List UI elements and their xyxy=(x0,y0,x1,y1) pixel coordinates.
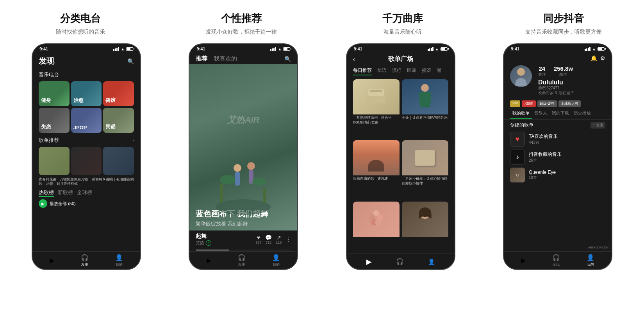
back-button[interactable]: ‹ xyxy=(353,56,355,63)
feature-tiktok: 同步抖音 支持音乐收藏同步，听歌更方便 xyxy=(483,12,644,36)
menu-icon-2[interactable]: ⋮ xyxy=(285,236,291,243)
playlist-thumb-1[interactable] xyxy=(39,147,70,175)
p4-tags: VIP ♪39曲 超级·爆料 上线庆大典 xyxy=(504,99,612,109)
signal-3 xyxy=(428,47,433,51)
p2-like-action[interactable]: ♥ 827 xyxy=(255,234,261,245)
p3-tab-more[interactable]: 湘 xyxy=(437,67,441,75)
category-rock[interactable]: 摇滚 xyxy=(103,81,134,106)
svg-rect-4 xyxy=(235,172,240,186)
playlist-thumb-2[interactable] xyxy=(71,147,102,175)
tag-level: ♪39曲 xyxy=(522,100,536,107)
p4-playlist-info-1: TA喜欢的音乐 443首 xyxy=(529,133,605,145)
profile-icon-3[interactable]: 👤 xyxy=(428,259,435,265)
playlist-item-3[interactable]: Q Queenie Eye 19首 xyxy=(504,166,612,184)
avatar-image xyxy=(513,66,529,86)
nav-discover-1[interactable]: 🎧 发现 xyxy=(81,254,89,267)
chart-tab-global[interactable]: 全球榜 xyxy=(77,189,92,197)
svg-rect-2 xyxy=(263,188,266,203)
phone-library: 9:41 ▲ ‹ 歌单广场 每日推荐 华语 流行 民谣 摇滚 湘 xyxy=(346,43,455,270)
search-icon-1[interactable]: 🔍 xyxy=(127,58,134,64)
share-icon: ↗ xyxy=(277,234,281,241)
p3-tab-rock[interactable]: 摇滚 xyxy=(422,67,431,75)
headphone-icon-3[interactable]: 🎧 xyxy=(396,258,404,265)
p2-comment-action[interactable]: 💬 712 xyxy=(265,234,272,245)
p2-tab-liked[interactable]: 我喜欢的 xyxy=(214,55,237,63)
p4-tab-artist[interactable]: 音乐人 xyxy=(532,110,549,119)
nav-profile-4[interactable]: 👤 我的 xyxy=(587,254,594,267)
p3-card-5[interactable] xyxy=(353,202,400,251)
nav-play-4[interactable]: ▶ xyxy=(521,257,526,264)
band-name-watermark: 艾热AIR xyxy=(227,114,259,126)
p3-card-2[interactable]: 小众｜让你直呼惊艳的纯音乐 xyxy=(402,79,448,138)
following-label: 关注 xyxy=(538,72,546,77)
p3-caption-5 xyxy=(353,237,400,239)
bottom-nav-1: ▶ 🎧 发现 👤 我的 xyxy=(32,251,140,269)
play-all-btn[interactable]: ▶ xyxy=(39,199,47,208)
p4-profile: 24 关注 256.8w 粉丝 Dulululu @89327477 长命百岁 … xyxy=(504,64,612,99)
playlist-item-1[interactable]: ♥ TA喜欢的音乐 443首 xyxy=(504,130,612,148)
p2-progress[interactable] xyxy=(189,248,297,251)
playlist-item-2[interactable]: ♪ 抖音收藏的音乐 26首 xyxy=(504,148,612,166)
p4-profile-stats: 24 关注 256.8w 粉丝 Dulululu @89327477 长命百岁 … xyxy=(538,65,605,96)
p3-card-1[interactable]: 「耳熟能详系列」适合当BGM的热门歌曲 xyxy=(353,79,400,138)
queenie-label: Q xyxy=(516,173,519,177)
p3-card-3[interactable]: 听着自由的歌，走就走 xyxy=(353,140,400,199)
p4-tab-history[interactable]: 历史播放 xyxy=(571,110,593,119)
p3-tab-folk[interactable]: 民谣 xyxy=(407,67,416,75)
p2-search-icon[interactable]: 🔍 xyxy=(284,56,291,62)
sunset-silhouette xyxy=(368,160,384,172)
playlist-count-2: 26首 xyxy=(529,158,605,163)
svg-rect-10 xyxy=(368,89,384,96)
p4-tab-downloads[interactable]: 我的下载 xyxy=(549,110,571,119)
p2-tabs: 推荐 我喜欢的 🔍 xyxy=(189,53,297,64)
chart-tab-hot[interactable]: 热歌榜 xyxy=(39,189,54,197)
p4-tab-playlists[interactable]: 我的歌单 xyxy=(510,110,532,119)
wifi-2: ▲ xyxy=(278,47,282,51)
status-icons-4: ▲ xyxy=(585,47,605,51)
feature-radio-title: 分类电台 xyxy=(60,12,101,25)
playlist-name-3: Queenie Eye xyxy=(529,170,605,175)
p2-tab-recommend[interactable]: 推荐 xyxy=(196,55,207,63)
p1-header: 发现 🔍 xyxy=(32,53,140,69)
chart-tab-new[interactable]: 新歌榜 xyxy=(58,189,73,197)
notification-icon[interactable]: 🔔 xyxy=(590,55,597,61)
category-fitness[interactable]: 健身 xyxy=(39,81,70,106)
nav-discover-2[interactable]: 🎧 发现 xyxy=(238,254,246,267)
hair-art xyxy=(416,205,434,233)
p3-caption-1: 「耳熟能详系列」适合当BGM的热门歌曲 xyxy=(353,114,400,125)
play-icon-3[interactable]: ▶ xyxy=(366,257,372,266)
p2-progress-bar[interactable] xyxy=(196,250,291,250)
nav-profile-label-2: 我的 xyxy=(273,262,280,267)
category-jpop[interactable]: JPOP xyxy=(71,108,102,133)
p3-tab-daily[interactable]: 每日推荐 xyxy=(353,67,372,75)
time-3: 9:41 xyxy=(354,46,362,51)
phone-recommend: 9:41 ▲ 推荐 我喜欢的 🔍 xyxy=(189,43,298,270)
nav-play-1[interactable]: ▶ xyxy=(50,257,54,264)
create-playlist-btn[interactable]: + 创建 xyxy=(590,122,605,129)
category-sad-label: 失恋 xyxy=(41,123,51,130)
p1-playlist-arrow[interactable]: › xyxy=(132,138,134,143)
p2-song-actions: ♥ 827 💬 712 ↗ 119 ⋮ xyxy=(255,234,291,245)
category-folk[interactable]: 民谣 xyxy=(103,108,134,133)
p3-card-6[interactable] xyxy=(402,202,448,251)
p1-play-all[interactable]: ▶ 播放全部 (50) xyxy=(32,198,140,210)
category-heal[interactable]: 治愈 xyxy=(71,81,102,106)
p3-tabs: 每日推荐 华语 流行 民谣 摇滚 湘 xyxy=(347,66,455,77)
nav-profile-2[interactable]: 👤 我的 xyxy=(272,254,280,267)
artwork-illustration xyxy=(212,137,275,215)
svg-point-0 xyxy=(216,199,271,215)
playlist-thumb-3[interactable] xyxy=(103,147,134,175)
settings-icon[interactable]: ⚙ xyxy=(600,55,605,61)
nav-profile-1[interactable]: 👤 我的 xyxy=(115,254,123,267)
p3-tab-chinese[interactable]: 华语 xyxy=(377,67,387,75)
nav-discover-4[interactable]: 🎧 发现 xyxy=(552,254,560,267)
play-icon-1: ▶ xyxy=(50,257,54,264)
feature-radio-subtitle: 随时找你想听的音乐 xyxy=(56,29,105,36)
p3-card-4[interactable]: 「音乐小确幸」让你心情愉快的那些小旋律 xyxy=(402,140,448,199)
nav-play-2[interactable]: ▶ xyxy=(207,257,211,264)
p3-tab-popular[interactable]: 流行 xyxy=(392,67,401,75)
feature-recommend-subtitle: 发现小众好歌，拒绝千篇一律 xyxy=(206,29,277,36)
watermark: ABSKOOP.COM xyxy=(588,246,608,249)
category-sad[interactable]: 失恋 xyxy=(39,108,70,133)
p2-share-action[interactable]: ↗ 119 xyxy=(276,234,282,245)
